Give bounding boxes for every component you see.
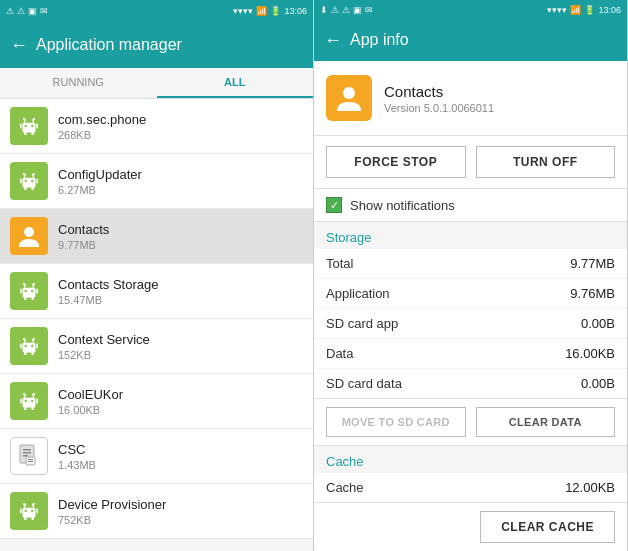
right-status-bar: ⬇ ⚠ ⚠ ▣ ✉ ▾▾▾▾ 📶 🔋 13:06 xyxy=(314,0,627,19)
notifications-checkbox[interactable] xyxy=(326,197,342,213)
app-size: 268KB xyxy=(58,129,303,141)
storage-value-sd-card-data: 0.00B xyxy=(581,376,615,391)
list-item[interactable]: Context Service 152KB xyxy=(0,319,313,374)
force-stop-button[interactable]: FORCE STOP xyxy=(326,146,466,178)
svg-rect-5 xyxy=(20,124,22,129)
svg-point-72 xyxy=(23,503,25,505)
battery-icon: 🔋 xyxy=(270,6,281,16)
svg-point-47 xyxy=(31,400,33,402)
android-robot-icon xyxy=(16,278,42,304)
list-item[interactable]: Contacts Storage 15.47MB xyxy=(0,264,313,319)
tab-all[interactable]: ALL xyxy=(157,68,314,98)
svg-point-22 xyxy=(24,227,34,237)
app-info-contacts-storage: Contacts Storage 15.47MB xyxy=(58,277,303,306)
app-name: CoolEUKor xyxy=(58,387,303,402)
storage-row-sd-card-data: SD card data 0.00B xyxy=(314,369,627,398)
cache-section-title: Cache xyxy=(314,446,627,473)
app-version: Version 5.0.1.0066011 xyxy=(384,102,494,114)
app-meta: Contacts Version 5.0.1.0066011 xyxy=(384,83,494,114)
right-header: ← App info xyxy=(314,19,627,61)
clear-cache-button[interactable]: CLEAR CACHE xyxy=(480,511,615,543)
app-icon-com-sec-phone xyxy=(10,107,48,145)
list-item[interactable]: Device Provisioner 752KB xyxy=(0,484,313,539)
storage-row-total: Total 9.77MB xyxy=(314,249,627,279)
left-header-title: Application manager xyxy=(36,36,182,54)
svg-rect-57 xyxy=(23,449,31,451)
svg-point-36 xyxy=(31,345,33,347)
app-name: CSC xyxy=(58,442,303,457)
clear-data-button[interactable]: CLEAR DATA xyxy=(476,407,616,437)
battery-icon: 🔋 xyxy=(584,5,595,15)
app-info-device-provisioner: Device Provisioner 752KB xyxy=(58,497,303,526)
svg-rect-61 xyxy=(28,459,33,460)
svg-point-43 xyxy=(23,338,25,340)
svg-rect-17 xyxy=(36,179,38,184)
app-name: Contacts xyxy=(58,222,303,237)
storage-table: Total 9.77MB Application 9.76MB SD card … xyxy=(314,249,627,399)
svg-rect-38 xyxy=(31,351,33,355)
svg-rect-15 xyxy=(31,186,33,190)
svg-point-44 xyxy=(33,338,35,340)
android-robot-icon xyxy=(16,498,42,524)
app-info-csc: CSC 1.43MB xyxy=(58,442,303,471)
left-panel: ⚠ ⚠ ▣ ✉ ▾▾▾▾ 📶 🔋 13:06 ← Application man… xyxy=(0,0,314,551)
wifi-icon: 📶 xyxy=(256,6,267,16)
tab-running[interactable]: RUNNING xyxy=(0,68,157,98)
app-info-cooleukor: CoolEUKor 16.00KB xyxy=(58,387,303,416)
list-item[interactable]: com.sec.phone 268KB xyxy=(0,99,313,154)
svg-point-46 xyxy=(25,400,27,402)
app-size: 9.77MB xyxy=(58,239,303,251)
svg-rect-14 xyxy=(24,186,26,190)
svg-point-54 xyxy=(23,393,25,395)
svg-rect-39 xyxy=(20,344,22,349)
turn-off-button[interactable]: TURN OFF xyxy=(476,146,616,178)
svg-rect-58 xyxy=(23,452,31,454)
svg-point-64 xyxy=(25,510,27,512)
storage-value-application: 9.76MB xyxy=(570,286,615,301)
svg-point-9 xyxy=(23,118,25,120)
left-back-button[interactable]: ← xyxy=(10,35,28,56)
app-action-buttons: FORCE STOP TURN OFF xyxy=(314,136,627,189)
svg-rect-29 xyxy=(36,289,38,294)
contacts-person-icon xyxy=(334,83,364,113)
svg-point-1 xyxy=(25,125,27,127)
svg-rect-69 xyxy=(36,509,38,514)
svg-rect-27 xyxy=(31,296,33,300)
app-icon-context-service xyxy=(10,327,48,365)
app-size: 752KB xyxy=(58,514,303,526)
svg-rect-68 xyxy=(20,509,22,514)
android-robot-icon xyxy=(16,333,42,359)
left-status-icons: ⚠ ⚠ ▣ ✉ xyxy=(6,6,48,16)
app-size: 6.27MB xyxy=(58,184,303,196)
svg-point-12 xyxy=(25,180,27,182)
svg-point-65 xyxy=(31,510,33,512)
svg-point-13 xyxy=(31,180,33,182)
warning-icon-2: ⚠ xyxy=(17,6,25,16)
app-size: 152KB xyxy=(58,349,303,361)
list-item[interactable]: ConfigUpdater 6.27MB xyxy=(0,154,313,209)
right-header-title: App info xyxy=(350,31,409,49)
left-time: 13:06 xyxy=(284,6,307,16)
move-to-sd-card-button[interactable]: MOVE TO SD CARD xyxy=(326,407,466,437)
android-robot-icon xyxy=(16,168,42,194)
left-status-bar: ⚠ ⚠ ▣ ✉ ▾▾▾▾ 📶 🔋 13:06 xyxy=(0,0,313,22)
app-name: ConfigUpdater xyxy=(58,167,303,182)
app-icon-cooleukor xyxy=(10,382,48,420)
app-info-com-sec-phone: com.sec.phone 268KB xyxy=(58,112,303,141)
right-back-button[interactable]: ← xyxy=(324,30,342,51)
list-item-contacts[interactable]: Contacts 9.77MB xyxy=(0,209,313,264)
svg-rect-51 xyxy=(36,399,38,404)
contacts-app-icon xyxy=(326,75,372,121)
svg-point-32 xyxy=(23,283,25,285)
storage-row-sd-card-app: SD card app 0.00B xyxy=(314,309,627,339)
list-item[interactable]: CoolEUKor 16.00KB xyxy=(0,374,313,429)
wifi-icon: 📶 xyxy=(570,5,581,15)
app-icon-config-updater xyxy=(10,162,48,200)
warning-icon: ⚠ xyxy=(6,6,14,16)
android-robot-icon xyxy=(16,113,42,139)
app-size: 16.00KB xyxy=(58,404,303,416)
storage-label-sd-card-data: SD card data xyxy=(326,376,402,391)
app-name: com.sec.phone xyxy=(58,112,303,127)
list-item[interactable]: CSC 1.43MB xyxy=(0,429,313,484)
svg-point-24 xyxy=(25,290,27,292)
